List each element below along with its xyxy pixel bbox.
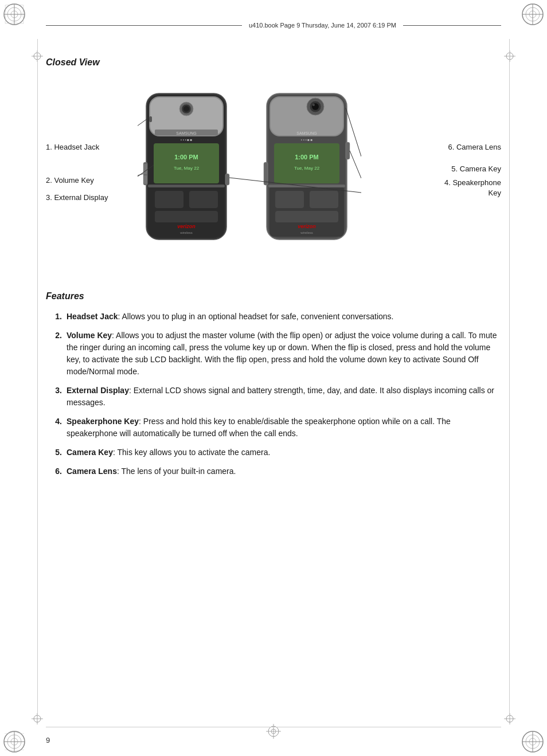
feature-num-5: 5.: [46, 446, 62, 459]
page-title: Closed View: [46, 57, 501, 68]
page-number: 9: [46, 736, 50, 745]
feature-text-5: Camera Key: This key allows you to activ…: [67, 446, 501, 459]
svg-rect-49: [143, 175, 147, 184]
feature-num-1: 1.: [46, 311, 62, 323]
svg-rect-54: [225, 174, 229, 185]
label-camera-key: 5. Camera Key: [451, 164, 501, 173]
feature-desc-2: : Allows you to adjust the master volume…: [67, 331, 497, 376]
svg-line-84: [350, 151, 361, 178]
left-margin-line: [37, 39, 38, 717]
feature-text-3: External Display: External LCD shows sig…: [67, 385, 501, 409]
svg-rect-77: [268, 185, 345, 187]
svg-rect-75: [310, 191, 338, 208]
svg-rect-66: [346, 142, 350, 159]
svg-point-65: [312, 104, 315, 106]
header-area: u410.book Page 9 Thursday, June 14, 2007…: [46, 22, 501, 29]
feature-num-3: 3.: [46, 385, 62, 397]
phones-diagram: SAMSUNG ▪ ▪ ▪ ■ ■ 1:00 PM Tue, May 22: [138, 85, 361, 257]
feature-text-6: Camera Lens: The lens of your built-in c…: [67, 465, 501, 477]
diagram-area: 1. Headset Jack 2. Volume Key 3. Externa…: [46, 79, 501, 274]
bottom-center-crosshair: [265, 723, 282, 740]
feature-item-4: 4. Speakerphone Key: Press and hold this…: [46, 416, 501, 440]
svg-text:wireless: wireless: [300, 231, 313, 234]
feature-label-1: Headset Jack: [67, 312, 118, 321]
svg-rect-69: [274, 143, 339, 183]
features-list: 1. Headset Jack: Allows you to plug in a…: [46, 311, 501, 477]
header-text: u410.book Page 9 Thursday, June 14, 2007…: [242, 22, 403, 29]
label-camera-lens: 6. Camera Lens: [448, 142, 502, 151]
svg-text:1:00 PM: 1:00 PM: [295, 154, 319, 160]
bottom-separator: [46, 727, 501, 727]
label-speakerphone-key-1: 4. Speakerphone: [444, 178, 501, 187]
svg-text:verizon: verizon: [298, 224, 316, 229]
svg-text:1:00 PM: 1:00 PM: [174, 154, 198, 160]
svg-text:▪ ▪ ▪ ■ ■: ▪ ▪ ▪ ■ ■: [181, 138, 193, 142]
svg-rect-57: [148, 185, 225, 187]
svg-rect-44: [154, 143, 219, 183]
svg-rect-51: [155, 191, 183, 208]
svg-rect-61: [271, 97, 343, 135]
top-right-inner-crosshair: [504, 50, 515, 62]
svg-text:SAMSUNG: SAMSUNG: [296, 131, 317, 135]
svg-text:verizon: verizon: [177, 224, 196, 229]
feature-item-3: 3. External Display: External LCD shows …: [46, 385, 501, 409]
feature-text-4: Speakerphone Key: Press and hold this ke…: [67, 416, 501, 440]
features-section: Features 1. Headset Jack: Allows you to …: [46, 291, 501, 477]
svg-text:wireless: wireless: [179, 231, 193, 234]
right-margin-line: [509, 39, 510, 717]
label-headset-jack: 1. Headset Jack: [46, 142, 99, 151]
top-right-corner-decoration: [504, 3, 544, 43]
feature-label-3: External Display: [67, 386, 129, 395]
svg-text:▪ ▪ ▪ ■ ■: ▪ ▪ ▪ ■ ■: [301, 138, 313, 142]
top-left-corner-decoration: [3, 3, 43, 43]
feature-desc-3: : External LCD shows signal and battery …: [67, 386, 494, 407]
features-title: Features: [46, 291, 501, 301]
feature-item-1: 1. Headset Jack: Allows you to plug in a…: [46, 311, 501, 323]
svg-rect-76: [275, 211, 338, 222]
feature-num-2: 2.: [46, 330, 62, 342]
feature-num-6: 6.: [46, 465, 62, 477]
label-speakerphone-key-2: Key: [489, 188, 501, 197]
svg-rect-74: [275, 191, 304, 208]
svg-text:Tue, May 22: Tue, May 22: [294, 166, 320, 171]
feature-text-2: Volume Key: Allows you to adjust the mas…: [67, 330, 501, 378]
feature-item-2: 2. Volume Key: Allows you to adjust the …: [46, 330, 501, 378]
feature-text-1: Headset Jack: Allows you to plug in an o…: [67, 311, 501, 323]
feature-label-5: Camera Key: [67, 448, 113, 457]
header-line-left: [46, 25, 242, 26]
bottom-right-inner-crosshair: [504, 713, 515, 724]
svg-rect-52: [189, 191, 218, 208]
svg-rect-39: [149, 116, 152, 122]
feature-desc-5: : This key allows you to activate the ca…: [113, 448, 270, 457]
feature-num-4: 4.: [46, 416, 62, 428]
svg-rect-53: [155, 211, 218, 222]
feature-item-6: 6. Camera Lens: The lens of your built-i…: [46, 465, 501, 477]
svg-rect-48: [143, 164, 147, 174]
header-line-right: [403, 25, 501, 26]
label-volume-key: 2. Volume Key: [46, 175, 94, 185]
feature-item-5: 5. Camera Key: This key allows you to ac…: [46, 446, 501, 459]
svg-text:SAMSUNG: SAMSUNG: [176, 131, 196, 135]
svg-text:Tue, May 22: Tue, May 22: [174, 166, 200, 171]
svg-point-38: [183, 106, 189, 112]
feature-desc-1: : Allows you to plug in an optional head…: [118, 312, 394, 321]
label-external-display: 3. External Display: [46, 193, 108, 202]
feature-label-4: Speakerphone Key: [67, 417, 139, 426]
feature-desc-6: : The lens of your built-in camera.: [117, 467, 236, 476]
page-content: Closed View 1. Headset Jack 2. Volume Ke…: [46, 40, 501, 722]
feature-label-2: Volume Key: [67, 331, 112, 340]
feature-label-6: Camera Lens: [67, 467, 117, 476]
